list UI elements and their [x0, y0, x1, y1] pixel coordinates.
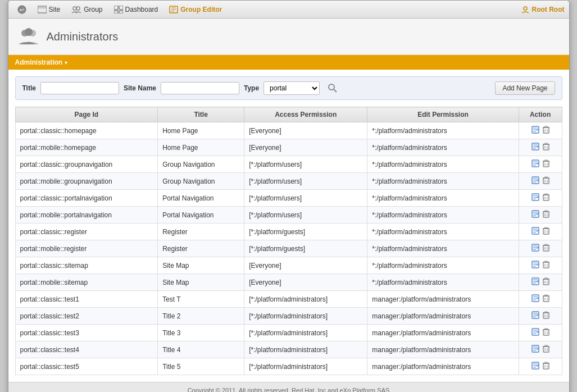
trash-icon	[543, 277, 549, 285]
site-name-input[interactable]	[161, 82, 239, 94]
col-page-id: Page Id	[15, 107, 158, 122]
cell-action	[519, 122, 562, 139]
content-area: Title Site Name Type portal group user A…	[8, 70, 569, 382]
edit-button[interactable]	[530, 125, 541, 136]
cell-edit-permission: manager:/platform/administrators	[367, 325, 519, 341]
delete-button[interactable]	[541, 361, 551, 372]
svg-rect-85	[543, 229, 549, 234]
delete-button[interactable]	[541, 125, 551, 136]
cell-title: Title 5	[158, 358, 244, 375]
svg-rect-45	[543, 161, 549, 167]
edit-button[interactable]	[530, 243, 541, 254]
edit-icon	[531, 244, 539, 252]
group-nav-button[interactable]: Group	[67, 4, 107, 15]
site-nav-button[interactable]: Site	[33, 4, 65, 15]
delete-button[interactable]	[541, 260, 551, 271]
edit-button[interactable]	[530, 327, 541, 338]
edit-button[interactable]	[530, 209, 541, 220]
svg-point-18	[329, 84, 334, 90]
svg-rect-25	[543, 127, 549, 133]
edit-icon	[531, 294, 539, 302]
edit-icon	[531, 176, 539, 184]
administrators-icon	[17, 25, 40, 48]
svg-rect-9	[119, 11, 123, 13]
cell-title: Title 3	[158, 325, 244, 341]
table-row: portal::classic::homepageHome Page[Every…	[15, 122, 562, 139]
trash-icon	[543, 126, 549, 134]
site-label: Site	[49, 6, 61, 13]
home-button[interactable]: ↩	[13, 3, 31, 16]
pages-table: Page Id Title Access Permission Edit Per…	[15, 107, 562, 375]
trash-icon	[543, 294, 549, 302]
delete-button[interactable]	[541, 344, 551, 355]
trash-icon	[543, 244, 549, 252]
cell-page-id: portal::classic::test1	[15, 291, 158, 308]
cell-access-permission: [*:/platform/users]	[244, 190, 367, 207]
cell-page-id: portal::classic::test5	[15, 358, 158, 375]
delete-button[interactable]	[541, 142, 551, 153]
dashboard-nav-button[interactable]: Dashboard	[110, 4, 163, 15]
cell-action	[519, 190, 562, 207]
delete-button[interactable]	[541, 193, 551, 203]
cell-access-permission: [*:/platform/administrators]	[244, 358, 367, 375]
delete-button[interactable]	[541, 209, 551, 220]
edit-button[interactable]	[530, 176, 541, 186]
type-select[interactable]: portal group user	[263, 81, 320, 95]
edit-button[interactable]	[530, 277, 541, 288]
edit-button[interactable]	[530, 311, 541, 321]
group-editor-nav-button[interactable]: Group Editor	[165, 4, 226, 15]
cell-page-id: portal::classic::groupnavigation	[15, 156, 158, 173]
cell-edit-permission: *:/platform/administrators	[367, 274, 519, 291]
edit-button[interactable]	[530, 142, 541, 153]
cell-action	[519, 308, 562, 325]
cell-edit-permission: *:/platform/administrators	[367, 122, 519, 139]
cell-action	[519, 224, 562, 240]
edit-icon	[531, 261, 539, 268]
edit-button[interactable]	[530, 193, 541, 203]
svg-rect-97	[544, 244, 548, 245]
svg-rect-2	[38, 6, 47, 13]
svg-rect-27	[544, 126, 548, 127]
cell-edit-permission: manager:/platform/administrators	[367, 358, 519, 375]
delete-button[interactable]	[541, 294, 551, 304]
delete-button[interactable]	[541, 176, 551, 186]
cell-action	[519, 291, 562, 308]
cell-edit-permission: *:/platform/administrators	[367, 257, 519, 274]
edit-button[interactable]	[530, 294, 541, 304]
delete-button[interactable]	[541, 311, 551, 321]
site-icon	[38, 6, 47, 13]
cell-access-permission: [*:/platform/administrators]	[244, 308, 367, 325]
svg-rect-117	[544, 278, 548, 279]
svg-rect-35	[543, 144, 549, 150]
edit-button[interactable]	[530, 226, 541, 237]
trash-icon	[543, 159, 549, 167]
cell-edit-permission: *:/platform/administrators	[367, 240, 519, 257]
delete-button[interactable]	[541, 327, 551, 338]
edit-button[interactable]	[530, 260, 541, 271]
cell-action	[519, 156, 562, 173]
svg-point-17	[25, 28, 33, 36]
delete-button[interactable]	[541, 226, 551, 237]
svg-rect-147	[544, 329, 548, 330]
col-title: Title	[158, 107, 244, 122]
cell-access-permission: [*:/platform/administrators]	[244, 341, 367, 358]
admin-bar-arrow: ▾	[65, 60, 67, 66]
edit-button[interactable]	[530, 159, 541, 170]
delete-button[interactable]	[541, 277, 551, 288]
cell-page-id: portal::mobile::portalnavigation	[15, 207, 158, 224]
add-new-page-button[interactable]: Add New Page	[495, 81, 555, 95]
cell-page-id: portal::mobile::homepage	[15, 139, 158, 156]
edit-button[interactable]	[530, 344, 541, 355]
cell-access-permission: [*:/platform/guests]	[244, 224, 367, 240]
cell-title: Group Navigation	[158, 156, 244, 173]
admin-bar[interactable]: Administration ▾	[8, 55, 569, 70]
delete-button[interactable]	[541, 159, 551, 170]
delete-button[interactable]	[541, 243, 551, 254]
site-name-label: Site Name	[124, 84, 156, 92]
title-input[interactable]	[40, 82, 119, 94]
table-row: portal::classic::groupnavigationGroup Na…	[15, 156, 562, 173]
search-button[interactable]	[324, 82, 341, 94]
trash-icon	[543, 345, 549, 353]
edit-button[interactable]	[530, 361, 541, 372]
cell-title: Test T	[158, 291, 244, 308]
